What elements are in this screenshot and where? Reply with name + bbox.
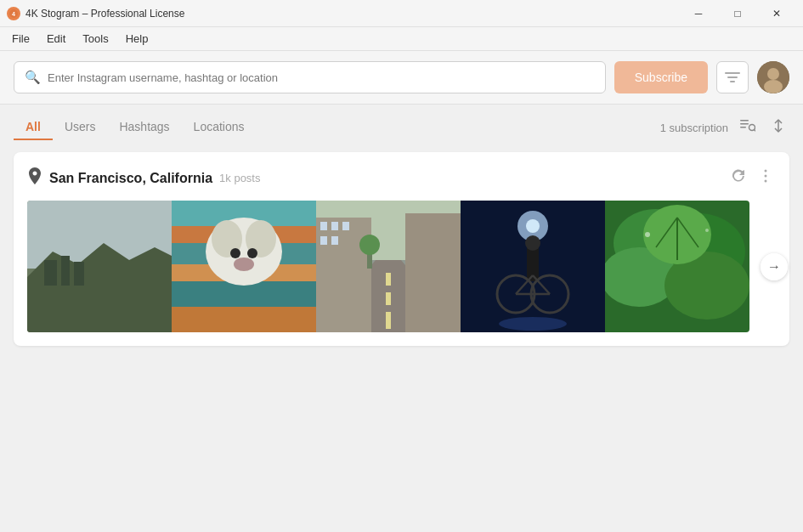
svg-rect-4	[730, 81, 735, 82]
more-options-button[interactable]	[755, 166, 776, 190]
photo-5-image	[605, 201, 749, 332]
refresh-icon	[730, 167, 747, 184]
svg-rect-23	[61, 256, 70, 286]
svg-rect-48	[331, 236, 338, 245]
svg-rect-43	[405, 213, 461, 332]
menu-edit[interactable]: Edit	[38, 29, 74, 48]
svg-point-7	[764, 80, 783, 93]
svg-point-76	[705, 229, 709, 232]
svg-rect-45	[331, 222, 338, 230]
filter-icon	[725, 71, 740, 83]
app-logo: 4	[7, 7, 20, 20]
photo-item-1[interactable]	[27, 201, 172, 332]
minimize-button[interactable]: ─	[679, 0, 718, 27]
svg-text:4: 4	[12, 11, 15, 17]
svg-rect-49	[386, 273, 391, 286]
maximize-button[interactable]: □	[718, 0, 757, 27]
tab-hashtags[interactable]: Hashtags	[107, 115, 181, 140]
svg-point-36	[230, 248, 240, 258]
photo-item-4[interactable]	[461, 201, 605, 332]
svg-point-14	[765, 170, 767, 173]
svg-point-59	[525, 235, 540, 251]
photo-item-5[interactable]	[605, 201, 749, 332]
svg-rect-3	[727, 76, 738, 78]
svg-point-57	[526, 219, 540, 233]
filter-button[interactable]	[716, 61, 749, 93]
card-header: San Francisco, California 1k posts	[27, 166, 776, 190]
sort-icon	[771, 119, 786, 133]
tabs-bar: All Users Hashtags Locations 1 subscript…	[14, 115, 789, 140]
tab-all[interactable]: All	[14, 115, 53, 140]
app-title: 4K Stogram – Professional License	[25, 8, 184, 20]
tabs-left: All Users Hashtags Locations	[14, 115, 257, 140]
title-bar: 4 4K Stogram – Professional License ─ □ …	[0, 0, 803, 27]
svg-rect-24	[74, 262, 84, 286]
menu-file[interactable]: File	[3, 29, 38, 48]
svg-rect-32	[172, 307, 316, 332]
avatar[interactable]	[757, 61, 789, 93]
content-area: All Users Hashtags Locations 1 subscript…	[0, 105, 803, 532]
photo-item-3[interactable]	[316, 201, 461, 332]
close-button[interactable]: ✕	[757, 0, 796, 27]
svg-point-6	[767, 68, 779, 80]
svg-rect-42	[316, 218, 371, 332]
menu-tools[interactable]: Tools	[74, 29, 116, 48]
svg-rect-8	[740, 120, 749, 122]
post-count: 1k posts	[219, 172, 260, 184]
svg-rect-46	[342, 222, 349, 230]
search-subscriptions-button[interactable]	[737, 117, 759, 139]
tabs-right: 1 subscription	[660, 117, 789, 139]
svg-rect-22	[44, 260, 57, 286]
svg-rect-44	[320, 222, 327, 230]
subscription-count: 1 subscription	[660, 122, 728, 134]
tab-users[interactable]: Users	[53, 115, 108, 140]
sort-button[interactable]	[767, 117, 789, 139]
svg-rect-50	[386, 292, 391, 305]
svg-point-75	[645, 232, 650, 237]
svg-marker-21	[27, 243, 172, 332]
photo-item-2[interactable]	[172, 201, 316, 332]
svg-rect-10	[740, 127, 746, 128]
photo-2-image	[172, 201, 316, 332]
subscribe-button[interactable]: Subscribe	[614, 61, 708, 93]
card-actions	[728, 166, 776, 190]
svg-rect-51	[386, 312, 391, 329]
search-box: 🔍	[14, 61, 606, 93]
svg-point-15	[765, 175, 767, 178]
next-photo-button[interactable]: →	[761, 253, 788, 280]
svg-point-37	[247, 248, 257, 258]
search-icon: 🔍	[25, 70, 41, 85]
title-bar-left: 4 4K Stogram – Professional License	[7, 7, 184, 20]
svg-rect-2	[725, 72, 740, 74]
svg-rect-47	[320, 236, 327, 245]
photo-1-image	[27, 201, 172, 332]
photo-strip-container: →	[27, 201, 776, 332]
svg-line-12	[755, 129, 756, 131]
location-title: San Francisco, California	[49, 171, 212, 186]
photo-3-image	[316, 201, 461, 332]
svg-point-38	[234, 258, 254, 271]
svg-point-65	[499, 317, 567, 331]
menu-help[interactable]: Help	[117, 29, 157, 48]
menu-bar: File Edit Tools Help	[0, 27, 803, 51]
tab-locations[interactable]: Locations	[182, 115, 257, 140]
refresh-button[interactable]	[728, 166, 749, 190]
card-title-area: San Francisco, California 1k posts	[27, 167, 260, 189]
svg-point-16	[765, 180, 767, 183]
photo-4-image	[461, 201, 605, 332]
svg-point-53	[359, 235, 380, 255]
more-icon	[757, 167, 774, 184]
window-controls: ─ □ ✕	[679, 0, 796, 27]
photo-strip	[27, 201, 749, 332]
subscription-card: San Francisco, California 1k posts	[14, 152, 789, 346]
search-list-icon	[740, 119, 755, 133]
location-pin-icon	[27, 167, 42, 189]
search-area: 🔍 Subscribe	[0, 51, 803, 105]
search-input[interactable]	[48, 71, 595, 84]
svg-rect-9	[740, 123, 749, 125]
